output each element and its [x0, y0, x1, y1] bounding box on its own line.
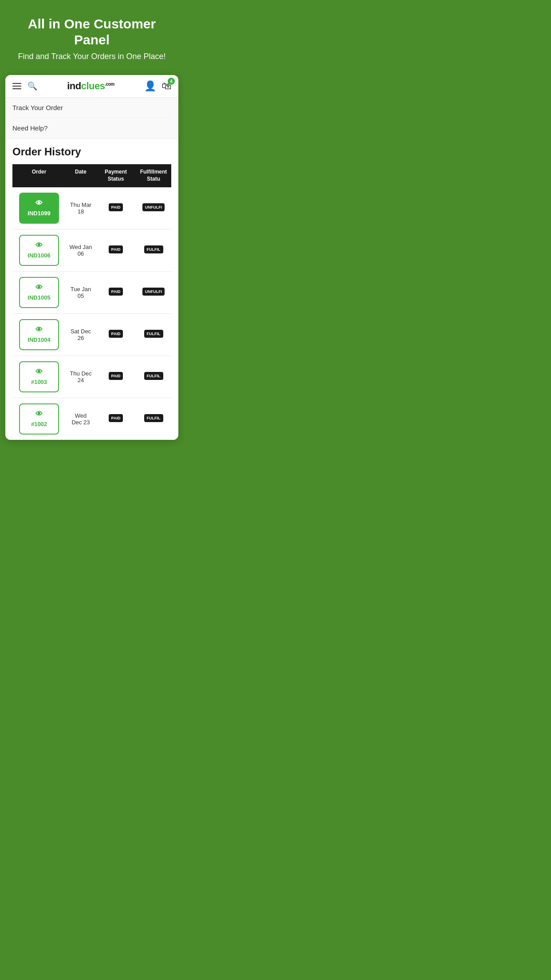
hero-subtitle: Find and Track Your Orders in One Place!	[9, 51, 175, 62]
fulfillment-status-badge: FULFIL	[144, 414, 163, 422]
col-header-order: Order	[12, 164, 66, 187]
payment-status-cell: PAID	[96, 198, 136, 218]
table-row: 👁IND1099Thu Mar 18PAIDUNFULFI	[12, 187, 171, 229]
payment-status-badge: PAID	[109, 330, 123, 338]
order-id-label: IND1004	[28, 336, 50, 343]
order-id-label: IND1005	[28, 294, 50, 301]
order-id-button[interactable]: 👁IND1005	[19, 277, 59, 308]
col-header-payment: Payment Status	[96, 164, 136, 187]
order-id-cell: 👁IND1005	[12, 272, 66, 313]
payment-status-badge: PAID	[109, 414, 123, 422]
app-card: 🔍 indclues.com 👤 🛍 4 Track Your Order Ne…	[5, 75, 178, 439]
order-id-button[interactable]: 👁#1003	[19, 361, 59, 392]
table-row: 👁#1002Wed Dec 23PAIDFULFIL	[12, 398, 171, 440]
table-row: 👁IND1006Wed Jan 06PAIDFULFIL	[12, 229, 171, 272]
fulfillment-status-badge: FULFIL	[144, 330, 163, 338]
header-right: 👤 🛍 4	[144, 80, 171, 92]
order-date-cell: Thu Mar 18	[66, 196, 96, 220]
hamburger-menu-icon[interactable]	[12, 83, 21, 89]
payment-status-cell: PAID	[96, 367, 136, 387]
payment-status-badge: PAID	[109, 203, 123, 211]
payment-status-badge: PAID	[109, 372, 123, 380]
fulfillment-status-badge: UNFULFI	[142, 203, 165, 211]
payment-status-cell: PAID	[96, 282, 136, 302]
order-date-cell: Tue Jan 05	[66, 281, 96, 304]
eye-icon: 👁	[35, 410, 43, 418]
col-header-date: Date	[66, 164, 96, 187]
search-icon[interactable]: 🔍	[28, 81, 37, 91]
fulfillment-status-cell: UNFULFI	[136, 282, 171, 302]
logo-ind: ind	[67, 80, 81, 91]
order-date-cell: Sat Dec 26	[66, 323, 96, 347]
table-body: 👁IND1099Thu Mar 18PAIDUNFULFI👁IND1006Wed…	[12, 187, 171, 440]
order-id-label: #1003	[31, 379, 47, 385]
order-date-cell: Wed Dec 23	[66, 407, 96, 431]
table-row: 👁IND1005Tue Jan 05PAIDUNFULFI	[12, 272, 171, 314]
track-order-link[interactable]: Track Your Order	[12, 98, 171, 118]
orders-table: Order Date Payment Status Fulfillment St…	[12, 164, 171, 439]
cart-badge: 4	[168, 78, 175, 85]
fulfillment-status-cell: UNFULFI	[136, 198, 171, 218]
order-id-cell: 👁IND1004	[12, 314, 66, 356]
order-id-label: IND1006	[28, 252, 50, 259]
table-header: Order Date Payment Status Fulfillment St…	[12, 164, 171, 187]
cart-icon-wrapper[interactable]: 🛍 4	[161, 80, 171, 92]
eye-icon: 👁	[35, 284, 43, 292]
fulfillment-status-badge: FULFIL	[144, 245, 163, 253]
user-account-icon[interactable]: 👤	[144, 80, 156, 92]
hero-section: All in One Customer Panel Find and Track…	[0, 0, 184, 75]
order-id-cell: 👁IND1006	[12, 229, 66, 271]
order-id-label: #1002	[31, 421, 47, 427]
app-logo: indclues.com	[67, 80, 114, 92]
fulfillment-status-cell: FULFIL	[136, 240, 171, 260]
order-id-button[interactable]: 👁#1002	[19, 403, 59, 435]
payment-status-badge: PAID	[109, 288, 123, 296]
fulfillment-status-badge: UNFULFI	[142, 288, 165, 296]
order-id-cell: 👁#1002	[12, 398, 66, 440]
order-id-button[interactable]: 👁IND1004	[19, 319, 59, 350]
payment-status-badge: PAID	[109, 245, 123, 253]
order-date-cell: Wed Jan 06	[66, 238, 96, 262]
col-header-fulfillment: Fulfillment Statu	[136, 164, 171, 187]
order-date-cell: Thu Dec 24	[66, 365, 96, 389]
order-id-label: IND1099	[28, 210, 50, 217]
eye-icon: 👁	[35, 368, 43, 376]
table-row: 👁#1003Thu Dec 24PAIDFULFIL	[12, 356, 171, 398]
payment-status-cell: PAID	[96, 324, 136, 344]
order-id-button[interactable]: 👁IND1006	[19, 235, 59, 266]
fulfillment-status-cell: FULFIL	[136, 409, 171, 429]
eye-icon: 👁	[35, 199, 43, 207]
order-id-cell: 👁#1003	[12, 356, 66, 398]
fulfillment-status-cell: FULFIL	[136, 367, 171, 387]
order-history-section: Order History Order Date Payment Status …	[5, 138, 178, 439]
logo-com: .com	[105, 82, 114, 87]
payment-status-cell: PAID	[96, 409, 136, 429]
hero-title: All in One Customer Panel	[9, 16, 175, 48]
order-id-button[interactable]: 👁IND1099	[19, 193, 59, 224]
order-id-cell: 👁IND1099	[12, 187, 66, 229]
fulfillment-status-badge: FULFIL	[144, 372, 163, 380]
app-header: 🔍 indclues.com 👤 🛍 4	[5, 75, 178, 98]
eye-icon: 👁	[35, 241, 43, 249]
table-row: 👁IND1004Sat Dec 26PAIDFULFIL	[12, 314, 171, 356]
fulfillment-status-cell: FULFIL	[136, 324, 171, 344]
logo-clues: clues	[81, 80, 105, 91]
payment-status-cell: PAID	[96, 240, 136, 260]
need-help-link[interactable]: Need Help?	[12, 118, 171, 138]
header-left: 🔍	[12, 81, 37, 91]
nav-links: Track Your Order Need Help?	[5, 98, 178, 138]
order-history-title: Order History	[12, 146, 171, 158]
eye-icon: 👁	[35, 326, 43, 334]
